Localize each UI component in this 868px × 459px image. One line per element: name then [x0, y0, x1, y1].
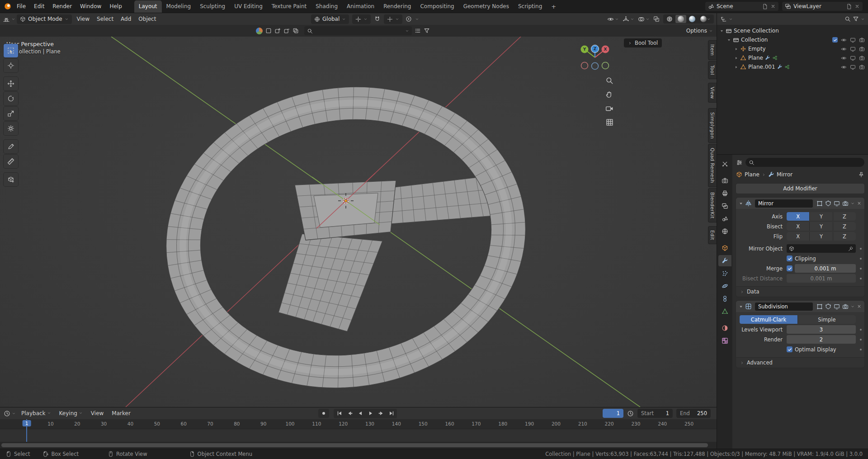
flip-y-button[interactable]: Y — [810, 232, 832, 241]
camera-toggle-icon[interactable] — [859, 64, 865, 70]
merge-threshold-field[interactable]: 0.001 m — [795, 264, 856, 273]
timeline-menu-marker[interactable]: Marker — [108, 409, 134, 418]
properties-tab-texture[interactable] — [718, 335, 731, 346]
show-gizmo-icon[interactable] — [623, 16, 629, 23]
remove-modifier-icon[interactable] — [857, 201, 862, 206]
eyedropper-icon[interactable] — [848, 246, 854, 251]
flip-x-button[interactable]: X — [787, 232, 809, 241]
scrollbar-thumb[interactable] — [1, 443, 708, 447]
sidebar-tab-simplygon[interactable]: Simplygon — [708, 108, 717, 143]
timeline-menu-view[interactable]: View — [87, 409, 108, 418]
editor-type-caret-icon[interactable] — [11, 17, 15, 21]
expand-icon[interactable] — [734, 65, 738, 69]
ortho-grid-icon[interactable] — [606, 118, 613, 126]
tool-transform-button[interactable] — [4, 122, 18, 135]
modifier-extras-icon[interactable] — [850, 304, 855, 309]
sidebar-tab-edit[interactable]: Edit — [708, 226, 717, 244]
sidebar-tab-quad-remesh[interactable]: Quad Remesh — [708, 144, 717, 187]
workspace-tab-geometry-nodes[interactable]: Geometry Nodes — [459, 0, 514, 13]
shading-caret-icon[interactable] — [707, 17, 711, 21]
decorate-dot[interactable] — [860, 339, 862, 341]
properties-tab-view-layer[interactable] — [718, 200, 731, 212]
camera-view-icon[interactable] — [605, 104, 613, 113]
properties-tab-physics[interactable] — [718, 280, 731, 292]
outliner-search-icon[interactable] — [844, 16, 851, 22]
screen-toggle-icon[interactable] — [850, 55, 856, 61]
collection-exclude-checkbox[interactable] — [832, 37, 838, 43]
menu-help[interactable]: Help — [105, 2, 126, 11]
jump-to-end-button[interactable] — [386, 409, 396, 418]
camera-toggle-icon[interactable] — [859, 37, 865, 43]
camera-toggle-icon[interactable] — [859, 55, 865, 61]
eye-toggle-icon[interactable] — [841, 46, 847, 52]
pin-icon[interactable] — [858, 171, 864, 178]
select-mode-subtract-icon[interactable] — [283, 28, 290, 34]
merge-checkbox[interactable] — [787, 265, 793, 271]
properties-search-field[interactable] — [745, 158, 864, 167]
shading-material-button[interactable] — [687, 15, 698, 23]
timeline-menu-keying[interactable]: Keying — [55, 409, 87, 418]
render-toggle-icon[interactable] — [842, 303, 849, 310]
sidebar-tab-tool[interactable]: Tool — [708, 61, 717, 79]
screen-toggle-icon[interactable] — [850, 64, 856, 70]
decorate-dot[interactable] — [860, 278, 862, 279]
pan-hand-icon[interactable] — [605, 90, 613, 99]
play-reverse-button[interactable] — [355, 409, 365, 418]
sidebar-tab-item[interactable]: Item — [708, 40, 717, 60]
mirror-panel-header[interactable]: Mirror — [736, 198, 864, 209]
workspace-tab-uv-editing[interactable]: UV Editing — [230, 0, 267, 13]
tool-cursor-button[interactable] — [4, 59, 18, 72]
on-cage-toggle-icon[interactable] — [816, 200, 823, 207]
bisect-z-button[interactable]: Z — [833, 222, 856, 231]
menu-edit[interactable]: Edit — [30, 2, 48, 11]
collapse-icon[interactable] — [739, 201, 743, 206]
filter-icon[interactable] — [424, 28, 430, 34]
timeline-track[interactable] — [0, 429, 717, 442]
properties-tab-tool[interactable] — [718, 158, 731, 170]
workspace-tab-rendering[interactable]: Rendering — [379, 0, 415, 13]
workspace-tab-shading[interactable]: Shading — [311, 0, 342, 13]
snap-toggle-icon[interactable] — [374, 16, 381, 23]
gizmo-caret-icon[interactable] — [630, 17, 634, 21]
end-frame-field[interactable]: End 250 — [676, 409, 711, 418]
timeline-ruler[interactable]: 1020304050607080901001101201301401501601… — [0, 419, 717, 429]
list-icon[interactable] — [415, 28, 421, 34]
decorate-dot[interactable] — [860, 258, 862, 260]
eye-toggle-icon[interactable] — [841, 55, 847, 61]
outliner-editor-icon[interactable] — [720, 16, 727, 23]
shading-rendered-button[interactable] — [698, 15, 713, 23]
select-mode-new-icon[interactable] — [265, 28, 272, 34]
visibility-caret-icon[interactable] — [615, 17, 619, 21]
properties-tab-output[interactable] — [718, 188, 731, 199]
subdivision-type-catmull-clark-button[interactable]: Catmull-Clark — [740, 315, 797, 324]
levels-viewport-field[interactable]: 3 — [787, 325, 856, 334]
menu-window[interactable]: Window — [76, 2, 105, 11]
gizmo-negative-axis[interactable] — [581, 62, 588, 69]
subdivision-panel-header[interactable]: Subdivision — [736, 301, 864, 312]
render-toggle-icon[interactable] — [842, 200, 849, 207]
edit-mode-toggle-icon[interactable] — [825, 200, 831, 207]
tool-scale-button[interactable] — [4, 107, 18, 120]
pivot-dropdown[interactable] — [352, 14, 371, 24]
tool-search-dropdown[interactable] — [304, 26, 412, 35]
scene-selector[interactable]: Scene — [705, 2, 778, 11]
navigation-gizmo[interactable]: YZX — [581, 45, 609, 70]
jump-to-start-button[interactable] — [334, 409, 344, 418]
gizmo-negative-axis[interactable] — [592, 63, 599, 70]
add-workspace-button[interactable]: + — [547, 2, 560, 11]
zoom-icon[interactable] — [605, 76, 613, 85]
outliner-row-scene-collection[interactable]: Scene Collection — [717, 26, 868, 35]
new-scene-icon[interactable] — [762, 4, 768, 9]
preview-range-icon[interactable] — [627, 410, 634, 417]
steering-wheel-mesh[interactable] — [144, 62, 547, 407]
workspace-tab-texture-paint[interactable]: Texture Paint — [267, 0, 311, 13]
decorate-dot[interactable] — [860, 248, 862, 250]
bool-tool-expand-icon[interactable] — [628, 41, 632, 45]
xray-toggle-icon[interactable] — [653, 16, 660, 22]
realtime-toggle-icon[interactable] — [834, 200, 840, 207]
proportional-edit-icon[interactable] — [406, 16, 412, 22]
current-frame-field[interactable]: 1 — [603, 409, 623, 418]
timeline-scrollbar[interactable] — [0, 442, 717, 449]
shading-wireframe-button[interactable] — [664, 15, 675, 23]
show-overlays-icon[interactable] — [638, 16, 645, 23]
